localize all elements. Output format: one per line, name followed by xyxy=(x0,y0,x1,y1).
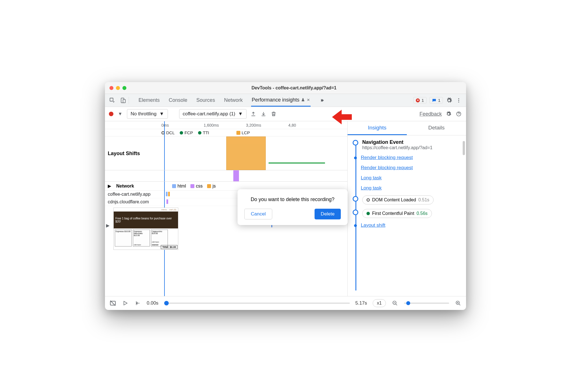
tab-label: Performance insights xyxy=(252,97,299,103)
tab-insights[interactable]: Insights xyxy=(348,121,407,135)
timeline-marker xyxy=(353,210,358,215)
legend-css: css xyxy=(196,184,203,189)
right-tabs: Insights Details xyxy=(348,121,466,135)
expand-icon[interactable]: ▶ xyxy=(108,183,111,189)
zoom-slider[interactable] xyxy=(404,303,449,304)
tab-performance-insights[interactable]: Performance insights xyxy=(251,94,311,107)
fcp-dot-icon xyxy=(366,212,370,215)
lcp-block[interactable] xyxy=(226,136,266,170)
thumb-banner: Free 1 bag of coffee beans for purchase … xyxy=(114,212,178,228)
legend-html: html xyxy=(177,184,186,189)
thumb-total: Total: $0.00 xyxy=(161,245,177,249)
confirm-delete-modal: Do you want to delete this recording? Ca… xyxy=(238,189,348,225)
play-icon[interactable] xyxy=(122,300,129,307)
more-tabs-icon[interactable] xyxy=(319,97,325,104)
marker-lcp: LCP xyxy=(236,130,250,135)
speed-selector[interactable]: x1 xyxy=(373,299,386,307)
inspect-element-icon[interactable] xyxy=(109,97,116,104)
playback-slider[interactable] xyxy=(164,303,350,304)
tab-sources[interactable]: Sources xyxy=(196,94,216,106)
timeline-marker xyxy=(353,140,358,146)
layout-shifts-track[interactable]: Layout Shifts xyxy=(105,136,347,170)
dcl-pill[interactable]: DOM Content Loaded 0.51s xyxy=(362,195,434,204)
css-chunk[interactable] xyxy=(233,170,239,181)
download-icon[interactable] xyxy=(260,111,267,117)
record-button[interactable] xyxy=(109,112,113,116)
error-badge[interactable]: ✕ 1 xyxy=(413,97,426,103)
timeline-marker xyxy=(354,224,357,227)
nav-event-title: Navigation Event xyxy=(362,139,432,145)
flask-icon xyxy=(301,98,305,102)
ruler-tick: 1,600ms xyxy=(204,123,246,127)
svg-rect-2 xyxy=(123,99,125,103)
fcp-pill[interactable]: First Contentful Paint 0.56s xyxy=(362,209,432,218)
help-icon[interactable] xyxy=(455,111,462,117)
disable-screenshots-icon[interactable] xyxy=(109,300,116,307)
message-icon xyxy=(432,98,436,103)
metric-markers: DCL FCP TTI LCP xyxy=(105,129,347,136)
throttling-select[interactable]: No throttling ▼ xyxy=(127,109,168,119)
upload-icon[interactable] xyxy=(250,111,257,117)
window-title: DevTools - coffee-cart.netlify.app/?ad=1 xyxy=(126,85,462,91)
svg-point-4 xyxy=(458,100,459,101)
annotation-red-arrow xyxy=(332,109,352,125)
tab-elements[interactable]: Elements xyxy=(138,94,160,106)
devtools-window: DevTools - coffee-cart.netlify.app/?ad=1… xyxy=(105,82,466,310)
insight-link[interactable]: Layout shift xyxy=(361,223,385,228)
settings-gear-icon[interactable] xyxy=(446,97,453,104)
zoom-in-icon[interactable] xyxy=(455,300,462,307)
insight-link[interactable]: Long task xyxy=(361,185,382,191)
error-count: 1 xyxy=(421,98,424,103)
shift-bar[interactable] xyxy=(269,162,325,164)
tab-details[interactable]: Details xyxy=(407,121,466,135)
minimize-window-button[interactable] xyxy=(116,86,120,90)
network-label: Network xyxy=(116,184,167,189)
modal-text: Do you want to delete this recording? xyxy=(244,197,341,202)
screenshot-thumbnail[interactable]: menucart (0) Free 1 bag of coffee beans … xyxy=(113,208,178,250)
titlebar: DevTools - coffee-cart.netlify.app/?ad=1 xyxy=(105,82,466,94)
insight-link[interactable]: Long task xyxy=(361,175,382,181)
nav-event-url: https://coffee-cart.netlify.app/?ad=1 xyxy=(362,145,432,150)
close-tab-icon[interactable] xyxy=(307,98,310,102)
marker-dcl: DCL xyxy=(161,130,175,135)
message-badge[interactable]: 1 xyxy=(429,97,443,103)
zoom-out-icon[interactable] xyxy=(392,300,398,307)
insight-link[interactable]: Render blocking request xyxy=(361,165,413,171)
time-ruler: 0ms 1,600ms 3,200ms 4,80 xyxy=(105,121,347,129)
time-end: 5.17s xyxy=(355,300,367,306)
delete-trash-icon[interactable] xyxy=(270,111,277,117)
panel-tabs-row: Elements Console Sources Network Perform… xyxy=(105,94,466,107)
kebab-menu-icon[interactable] xyxy=(455,97,462,104)
close-window-button[interactable] xyxy=(109,86,113,90)
feedback-link[interactable]: Feedback xyxy=(420,111,442,117)
perf-toolbar: ▼ No throttling ▼ coffee-cart.netlify.ap… xyxy=(105,107,466,121)
legend-js: js xyxy=(212,184,216,189)
panel-tabs: Elements Console Sources Network Perform… xyxy=(138,94,325,107)
record-dropdown-icon[interactable]: ▼ xyxy=(117,111,124,117)
recording-select[interactable]: coffee-cart.netlify.app (1) ▼ xyxy=(179,109,247,119)
tab-network[interactable]: Network xyxy=(223,94,243,106)
svg-rect-0 xyxy=(110,98,113,101)
panel-gear-icon[interactable] xyxy=(445,111,452,117)
chevron-down-icon: ▼ xyxy=(159,111,164,117)
playback-footer: 0.00s 5.17s x1 xyxy=(105,296,466,310)
svg-point-5 xyxy=(458,102,459,102)
tab-console[interactable]: Console xyxy=(168,94,188,106)
expand-thumbnails-icon[interactable]: ▶ xyxy=(105,206,111,228)
svg-point-3 xyxy=(458,98,459,99)
insights-list: Navigation Event https://coffee-cart.net… xyxy=(348,135,466,296)
message-count: 1 xyxy=(438,98,440,103)
insight-link[interactable]: Render blocking request xyxy=(361,155,413,160)
marker-fcp: FCP xyxy=(180,130,193,135)
rewind-icon[interactable] xyxy=(134,300,141,307)
cancel-button[interactable]: Cancel xyxy=(244,209,272,219)
time-start: 0.00s xyxy=(147,300,159,306)
device-toggle-icon[interactable] xyxy=(120,97,126,104)
dcl-ring-icon xyxy=(366,198,370,202)
insights-pane: Insights Details Navigation Event https:… xyxy=(348,121,466,296)
maximize-window-button[interactable] xyxy=(122,86,126,90)
delete-button[interactable]: Delete xyxy=(315,209,341,219)
chevron-down-icon: ▼ xyxy=(238,111,243,117)
timeline-marker xyxy=(353,196,358,202)
network-host: coffee-cart.netlify.app xyxy=(108,192,164,197)
